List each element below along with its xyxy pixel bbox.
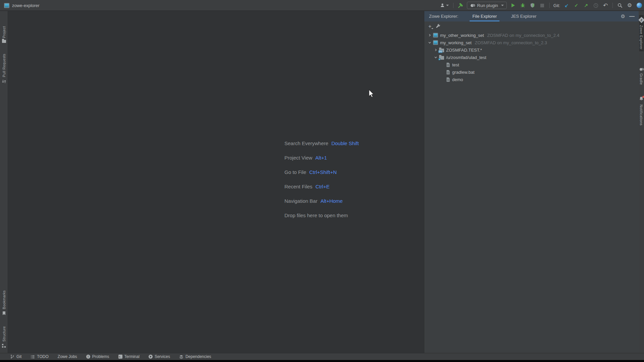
sidebar-item-structure[interactable]: Structure bbox=[2, 324, 6, 350]
tool-button-label: Dependencies bbox=[185, 354, 211, 359]
run-with-coverage-button[interactable] bbox=[529, 2, 536, 9]
tool-button-problems[interactable]: ! Problems bbox=[86, 354, 109, 359]
drop-hint-row: Drop files here to open them bbox=[284, 208, 359, 223]
tree-row-dataset-mask[interactable]: DS ZOSMFAD.TEST.* bbox=[424, 46, 639, 54]
project-icon bbox=[4, 3, 9, 8]
tool-button-label: Services bbox=[155, 354, 170, 359]
sidebar-item-gradle[interactable]: Gradle bbox=[639, 65, 644, 86]
ide-window: zowe-explorer Run plugin bbox=[0, 0, 644, 362]
git-label: Git: bbox=[553, 3, 560, 8]
shortcut-row: Navigation Bar Alt+Home bbox=[284, 194, 359, 208]
tool-button-terminal[interactable]: >_ Terminal bbox=[118, 354, 140, 359]
title-toolbar: zowe-explorer Run plugin bbox=[0, 0, 644, 11]
tree-row-file[interactable]: gradlew.bat bbox=[424, 68, 639, 76]
sidebar-item-zowe-explorer[interactable]: Z Zowe Explorer bbox=[639, 15, 644, 51]
tool-button-services[interactable]: Services bbox=[149, 354, 170, 359]
git-update-button[interactable]: ↙ bbox=[563, 2, 570, 9]
toolbar-separator bbox=[612, 3, 613, 8]
chevron-right-icon[interactable] bbox=[434, 49, 437, 51]
history-button[interactable] bbox=[592, 2, 599, 9]
toolbar-separator bbox=[549, 3, 550, 8]
git-push-button[interactable]: ↗ bbox=[583, 2, 589, 9]
working-set-icon bbox=[433, 40, 438, 45]
uss-badge bbox=[438, 58, 440, 60]
panel-title: Zowe Explorer: bbox=[429, 14, 458, 19]
shortcut-label: Navigation Bar bbox=[284, 198, 317, 204]
file-icon bbox=[446, 70, 450, 75]
tree-row-file[interactable]: demo bbox=[424, 76, 639, 83]
shortcut-row: Go to File Ctrl+Shift+N bbox=[284, 165, 359, 179]
tool-button-label: Zowe Jobs bbox=[58, 354, 77, 359]
structure-stripe-label: Structure bbox=[2, 326, 6, 342]
search-everywhere-button[interactable] bbox=[616, 2, 623, 9]
window-title: zowe-explorer bbox=[12, 3, 40, 8]
tab-file-explorer[interactable]: File Explorer bbox=[468, 11, 501, 21]
problems-icon: ! bbox=[86, 355, 90, 359]
tool-button-label: Git bbox=[16, 354, 21, 359]
tool-button-zowe-jobs[interactable]: Zowe Jobs bbox=[58, 354, 77, 359]
chevron-right-icon[interactable] bbox=[428, 34, 431, 37]
panel-settings-button[interactable]: ⚙ bbox=[621, 14, 625, 19]
tab-jes-explorer[interactable]: JES Explorer bbox=[506, 11, 541, 21]
user-dropdown-button[interactable] bbox=[439, 2, 449, 9]
editor-area: Search Everywhere Double Shift Project V… bbox=[8, 11, 424, 353]
wrench-icon[interactable] bbox=[435, 24, 441, 29]
debug-button[interactable] bbox=[520, 2, 526, 9]
tree-item-label: ZOSMFAD.TEST.* bbox=[446, 48, 482, 53]
tool-button-label: TODO bbox=[37, 354, 48, 359]
tree-row-file[interactable]: test bbox=[424, 61, 639, 68]
sidebar-item-notifications[interactable]: Notifications bbox=[639, 95, 644, 127]
tool-button-todo[interactable]: TODO bbox=[31, 354, 48, 359]
tree-item-detail: ZOSMFAD on my_connection_to_2.4 bbox=[487, 33, 559, 38]
chevron-down-icon[interactable] bbox=[434, 56, 437, 59]
stop-icon bbox=[540, 4, 544, 7]
git-commit-button[interactable]: ✓ bbox=[573, 2, 580, 9]
shortcut-keys[interactable]: Double Shift bbox=[331, 140, 359, 146]
tree-row-uss-path[interactable]: /u/zosmfad/ulad_test bbox=[424, 54, 639, 61]
shortcut-keys[interactable]: Alt+1 bbox=[315, 155, 327, 161]
tree-row-working-set[interactable]: my_working_set ZOSMFAD on my_connection_… bbox=[424, 39, 639, 46]
empty-state-shortcuts: Search Everywhere Double Shift Project V… bbox=[284, 136, 359, 223]
coverage-shield-icon bbox=[530, 3, 535, 8]
tree-item-label: my_working_set bbox=[440, 40, 473, 45]
rollback-button[interactable]: ↶ bbox=[602, 2, 609, 9]
run-configuration-select[interactable]: Run plugin bbox=[467, 2, 507, 9]
settings-button[interactable]: ⚙ bbox=[626, 2, 633, 9]
panel-header: Zowe Explorer: File Explorer JES Explore… bbox=[424, 11, 639, 21]
tree-item-label: gradlew.bat bbox=[452, 70, 475, 75]
shortcut-label: Project View bbox=[284, 155, 312, 161]
bell-icon bbox=[639, 96, 644, 103]
file-explorer-tree: my_other_working_set ZOSMFAD on my_conne… bbox=[424, 31, 639, 83]
tool-button-label: Terminal bbox=[124, 354, 140, 359]
sidebar-item-project[interactable]: Project bbox=[2, 24, 6, 45]
status-strip bbox=[0, 360, 644, 362]
folder-icon bbox=[2, 40, 6, 43]
shortcut-label: Search Everywhere bbox=[284, 140, 328, 146]
bottom-tool-stripe: Git TODO Zowe Jobs ! Problems >_ Termina… bbox=[0, 353, 644, 360]
tab-label: JES Explorer bbox=[511, 14, 536, 19]
stop-button[interactable] bbox=[539, 2, 546, 9]
tool-button-dependencies[interactable]: Dependencies bbox=[179, 354, 211, 359]
run-configuration-label: Run plugin bbox=[477, 3, 498, 8]
sidebar-item-pull-requests[interactable]: Pull Requests bbox=[2, 52, 6, 85]
panel-toolbar: + bbox=[424, 21, 639, 31]
toolbar-separator bbox=[453, 3, 453, 8]
add-button[interactable]: + bbox=[428, 24, 431, 29]
shortcut-row: Search Everywhere Double Shift bbox=[284, 136, 359, 150]
shortcut-keys[interactable]: Ctrl+Shift+N bbox=[309, 169, 337, 175]
build-button[interactable] bbox=[457, 2, 464, 9]
tree-item-detail: ZOSMFAD on my_connection_to_2.3 bbox=[475, 40, 547, 45]
run-button[interactable] bbox=[510, 2, 517, 9]
profile-sphere-button[interactable] bbox=[636, 2, 643, 9]
chevron-down-icon[interactable] bbox=[428, 41, 431, 44]
shortcut-keys[interactable]: Ctrl+E bbox=[315, 184, 329, 189]
zowe-icon: Z bbox=[638, 17, 644, 23]
chevron-down-icon bbox=[446, 5, 449, 6]
tree-row-working-set[interactable]: my_other_working_set ZOSMFAD on my_conne… bbox=[424, 32, 639, 39]
sidebar-item-bookmarks[interactable]: Bookmarks bbox=[2, 289, 6, 317]
clock-icon bbox=[593, 3, 598, 8]
shortcut-keys[interactable]: Alt+Home bbox=[320, 198, 342, 204]
tool-button-git[interactable]: Git bbox=[10, 354, 21, 359]
left-tool-stripe: Project Pull Requests Bookmarks Structur… bbox=[0, 11, 8, 353]
hide-panel-button[interactable]: — bbox=[629, 13, 635, 19]
